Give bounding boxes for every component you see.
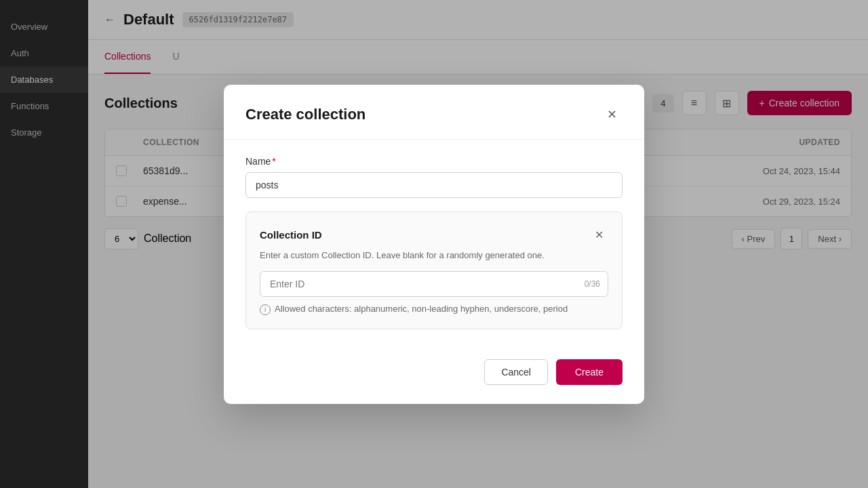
collection-id-title: Collection ID xyxy=(260,229,322,241)
close-icon: ✕ xyxy=(595,228,604,241)
collection-id-header: Collection ID ✕ xyxy=(260,226,608,245)
name-input[interactable] xyxy=(245,172,623,198)
collection-id-input[interactable] xyxy=(260,271,608,297)
modal-close-button[interactable]: ✕ xyxy=(601,104,623,125)
modal-body: Name* Collection ID ✕ Enter a custom Col… xyxy=(224,140,644,346)
collection-id-box: Collection ID ✕ Enter a custom Collectio… xyxy=(245,211,623,329)
info-icon: i xyxy=(260,304,271,315)
cancel-button[interactable]: Cancel xyxy=(484,359,548,385)
modal-header: Create collection ✕ xyxy=(224,85,644,140)
create-collection-modal: Create collection ✕ Name* Collection xyxy=(224,85,644,404)
modal-overlay[interactable]: Create collection ✕ Name* Collection xyxy=(0,0,868,488)
id-input-wrapper: 0/36 xyxy=(260,271,608,297)
modal-footer: Cancel Create xyxy=(224,346,644,404)
collection-id-description: Enter a custom Collection ID. Leave blan… xyxy=(260,250,608,260)
id-char-counter: 0/36 xyxy=(585,279,600,289)
id-hint-text: Allowed characters: alphanumeric, non-le… xyxy=(275,304,568,314)
name-form-group: Name* xyxy=(245,156,623,198)
collection-id-close-button[interactable]: ✕ xyxy=(589,226,608,245)
create-button[interactable]: Create xyxy=(556,359,623,385)
name-label: Name* xyxy=(245,156,623,167)
id-hint: i Allowed characters: alphanumeric, non-… xyxy=(260,304,608,315)
modal-title: Create collection xyxy=(245,106,366,123)
close-icon: ✕ xyxy=(607,107,617,122)
